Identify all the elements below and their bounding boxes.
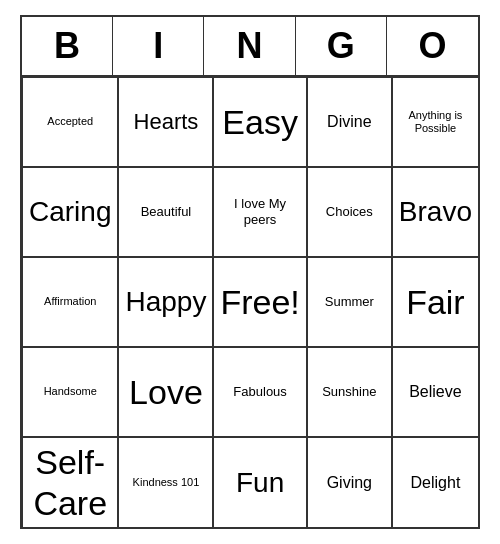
bingo-cell-9: Bravo (392, 167, 478, 257)
bingo-cell-14: Fair (392, 257, 478, 347)
bingo-cell-18: Sunshine (307, 347, 392, 437)
bingo-cell-16: Love (118, 347, 213, 437)
bingo-cell-5: Caring (22, 167, 118, 257)
bingo-cell-11: Happy (118, 257, 213, 347)
bingo-cell-3: Divine (307, 77, 392, 167)
bingo-cell-2: Easy (213, 77, 306, 167)
bingo-cell-12: Free! (213, 257, 306, 347)
bingo-cell-17: Fabulous (213, 347, 306, 437)
bingo-cell-23: Giving (307, 437, 392, 527)
header-letter-N: N (204, 17, 295, 75)
bingo-header: BINGO (22, 17, 478, 77)
header-letter-G: G (296, 17, 387, 75)
bingo-cell-21: Kindness 101 (118, 437, 213, 527)
header-letter-O: O (387, 17, 478, 75)
bingo-cell-1: Hearts (118, 77, 213, 167)
bingo-cell-20: Self-Care (22, 437, 118, 527)
bingo-cell-24: Delight (392, 437, 478, 527)
bingo-card: BINGO AcceptedHeartsEasyDivineAnything i… (20, 15, 480, 529)
bingo-cell-8: Choices (307, 167, 392, 257)
bingo-cell-4: Anything is Possible (392, 77, 478, 167)
bingo-grid: AcceptedHeartsEasyDivineAnything is Poss… (22, 77, 478, 527)
header-letter-I: I (113, 17, 204, 75)
header-letter-B: B (22, 17, 113, 75)
bingo-cell-15: Handsome (22, 347, 118, 437)
bingo-cell-7: I love My peers (213, 167, 306, 257)
bingo-cell-13: Summer (307, 257, 392, 347)
bingo-cell-19: Believe (392, 347, 478, 437)
bingo-cell-22: Fun (213, 437, 306, 527)
bingo-cell-10: Affirmation (22, 257, 118, 347)
bingo-cell-6: Beautiful (118, 167, 213, 257)
bingo-cell-0: Accepted (22, 77, 118, 167)
